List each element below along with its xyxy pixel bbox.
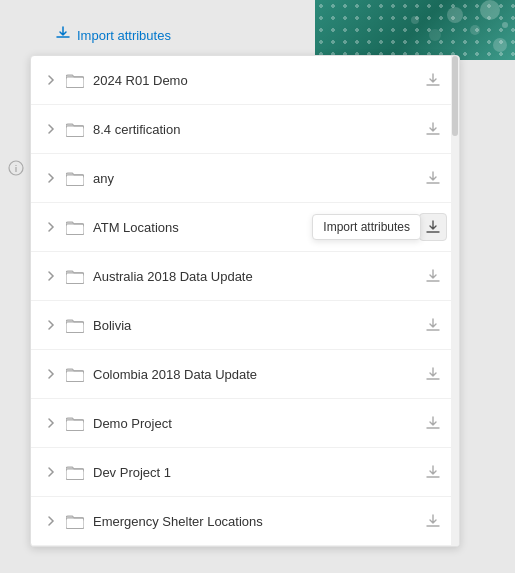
list-item: Australia 2018 Data Update: [31, 252, 459, 301]
info-icon: i: [8, 160, 24, 180]
download-button[interactable]: [419, 409, 447, 437]
list-item: 8.4 certification: [31, 105, 459, 154]
download-button[interactable]: [419, 115, 447, 143]
list-item: Bolivia: [31, 301, 459, 350]
list-item: 2024 R01 Demo: [31, 56, 459, 105]
folder-icon: [65, 413, 85, 433]
chevron-icon[interactable]: [43, 415, 59, 431]
chevron-icon[interactable]: [43, 72, 59, 88]
import-icon: [55, 25, 71, 45]
chevron-icon[interactable]: [43, 268, 59, 284]
item-name: any: [93, 171, 419, 186]
download-button[interactable]: [419, 66, 447, 94]
scrollbar-thumb[interactable]: [452, 56, 458, 136]
download-button[interactable]: [419, 311, 447, 339]
svg-text:i: i: [15, 164, 18, 174]
svg-rect-12: [66, 223, 84, 234]
download-button[interactable]: [419, 507, 447, 535]
folder-icon: [65, 70, 85, 90]
folder-icon: [65, 217, 85, 237]
svg-rect-17: [66, 468, 84, 479]
import-attributes-tooltip: Import attributes: [312, 214, 421, 240]
chevron-icon[interactable]: [43, 317, 59, 333]
bg-svg: [315, 0, 515, 60]
svg-rect-11: [66, 174, 84, 185]
chevron-icon[interactable]: [43, 464, 59, 480]
svg-rect-13: [66, 272, 84, 283]
folder-icon: [65, 511, 85, 531]
chevron-icon[interactable]: [43, 121, 59, 137]
folder-icon: [65, 168, 85, 188]
download-button[interactable]: [419, 458, 447, 486]
list-item: Demo Project: [31, 399, 459, 448]
svg-point-4: [493, 38, 507, 52]
list-item: Dev Project 1: [31, 448, 459, 497]
item-name: Colombia 2018 Data Update: [93, 367, 419, 382]
svg-rect-15: [66, 370, 84, 381]
download-button[interactable]: [419, 360, 447, 388]
item-name: 2024 R01 Demo: [93, 73, 419, 88]
svg-point-3: [480, 0, 500, 20]
folder-icon: [65, 315, 85, 335]
folder-icon: [65, 462, 85, 482]
import-attributes-link[interactable]: Import attributes: [55, 25, 171, 45]
chevron-icon[interactable]: [43, 513, 59, 529]
list-item-atm: ATM Locations Import attributes ⬅: [31, 203, 459, 252]
svg-rect-9: [66, 76, 84, 87]
folder-icon: [65, 119, 85, 139]
item-name: Emergency Shelter Locations: [93, 514, 419, 529]
svg-rect-16: [66, 419, 84, 430]
download-button[interactable]: [419, 164, 447, 192]
svg-point-5: [411, 16, 419, 24]
list-item: Colombia 2018 Data Update: [31, 350, 459, 399]
svg-point-0: [447, 7, 463, 23]
svg-rect-10: [66, 125, 84, 136]
download-button-highlighted[interactable]: [419, 213, 447, 241]
project-list-panel: 2024 R01 Demo 8.4 certification: [30, 55, 460, 547]
item-name: Bolivia: [93, 318, 419, 333]
svg-rect-14: [66, 321, 84, 332]
tooltip-text: Import attributes: [323, 220, 410, 234]
chevron-icon[interactable]: [43, 170, 59, 186]
folder-icon: [65, 266, 85, 286]
svg-rect-18: [66, 517, 84, 528]
item-name: Australia 2018 Data Update: [93, 269, 419, 284]
list-item: Emergency Shelter Locations: [31, 497, 459, 546]
chevron-icon[interactable]: [43, 366, 59, 382]
item-name: 8.4 certification: [93, 122, 419, 137]
list-item: any: [31, 154, 459, 203]
svg-point-6: [502, 22, 508, 28]
import-link-text[interactable]: Import attributes: [77, 28, 171, 43]
svg-point-2: [429, 29, 441, 41]
project-list: 2024 R01 Demo 8.4 certification: [31, 56, 459, 546]
scrollbar[interactable]: [451, 56, 459, 546]
item-name: Demo Project: [93, 416, 419, 431]
folder-icon: [65, 364, 85, 384]
background-image: [315, 0, 515, 60]
item-name: Dev Project 1: [93, 465, 419, 480]
download-button[interactable]: [419, 262, 447, 290]
chevron-icon[interactable]: [43, 219, 59, 235]
svg-point-1: [470, 25, 480, 35]
